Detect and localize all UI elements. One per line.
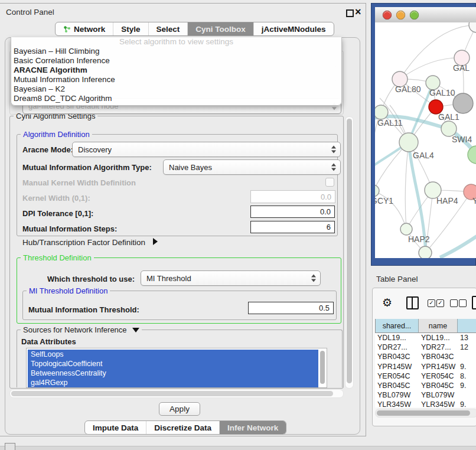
data-attributes-listbox: SelfLoopsTopologicalCoefficientBetweenne… bbox=[26, 348, 327, 388]
algorithm-option[interactable]: Bayesian – K2 bbox=[11, 84, 341, 94]
settings-vscrollbar[interactable] bbox=[345, 116, 354, 389]
node-label: Y bbox=[472, 196, 476, 206]
table-toolbar: ⚙ ✓ ✓ bbox=[373, 288, 476, 318]
which-threshold-select[interactable]: MI Threshold bbox=[141, 270, 321, 286]
algorithm-option[interactable]: Mutual Information Inference bbox=[11, 75, 341, 84]
node-label: GAL bbox=[453, 63, 470, 73]
control-panel-window: Control Panel × Network Style Select Cyn… bbox=[0, 3, 366, 436]
zoom-button[interactable] bbox=[410, 11, 419, 19]
network-node-gal11[interactable] bbox=[375, 105, 388, 119]
mi-steps-input[interactable]: 6 bbox=[250, 221, 335, 233]
table-row[interactable]: YDL19...YDL19...13 bbox=[375, 333, 476, 343]
network-node[interactable] bbox=[469, 22, 476, 32]
data-attribute-item[interactable]: gal4RGexp bbox=[28, 378, 318, 387]
minimize-button[interactable] bbox=[396, 11, 405, 19]
table-cell: YBL079W bbox=[375, 391, 419, 399]
hub-expand-icon[interactable] bbox=[153, 238, 158, 245]
which-threshold-label: Which threshold to use: bbox=[47, 275, 135, 283]
document-icon[interactable] bbox=[472, 296, 476, 309]
data-attributes-list: SelfLoopsTopologicalCoefficientBetweenne… bbox=[27, 350, 327, 387]
tab-impute-data[interactable]: Impute Data bbox=[85, 421, 146, 434]
aracne-mode-select[interactable]: Discovery bbox=[72, 142, 341, 157]
table-row[interactable]: YLR345WYLR345W9. bbox=[375, 400, 476, 407]
table-row[interactable]: YER054CYER054C8. bbox=[375, 371, 476, 381]
node-label: HAP4 bbox=[436, 196, 458, 206]
mi-type-select[interactable]: Naive Bayes bbox=[163, 159, 341, 175]
gear-icon[interactable]: ⚙ bbox=[382, 296, 392, 309]
table-hscrollbar[interactable] bbox=[375, 409, 476, 418]
algorithm-option[interactable]: ARACNE Algorithm bbox=[11, 66, 341, 75]
table-cell: 13 bbox=[458, 334, 476, 342]
mi-threshold-definition-title: MI Threshold Definition bbox=[27, 286, 110, 295]
table-body: YDL19...YDL19...13YDR27...YDR27...12YBR0… bbox=[375, 333, 476, 407]
table-cell: YPR145W bbox=[375, 363, 419, 371]
table-row[interactable]: YDR27...YDR27...12 bbox=[375, 343, 476, 352]
table-cell: YDL19... bbox=[375, 334, 419, 342]
column-header[interactable] bbox=[458, 319, 476, 333]
unchecked-checkbox-icon[interactable] bbox=[459, 299, 467, 307]
table-row[interactable]: YBL079WYBL079W bbox=[375, 390, 476, 400]
data-attribute-item[interactable]: SelfLoops bbox=[28, 350, 318, 359]
close-button[interactable] bbox=[383, 11, 392, 19]
list-scrollbar[interactable] bbox=[320, 351, 325, 384]
tab-infer-network[interactable]: Infer Network bbox=[219, 421, 286, 434]
dpi-tolerance-input[interactable]: 0.0 bbox=[250, 206, 335, 218]
table-panel: ⚙ ✓ ✓ shared...name YDL19...YDL19...13YD… bbox=[372, 288, 476, 426]
dpi-tolerance-label: DPI Tolerance [0,1]: bbox=[22, 209, 93, 218]
apply-button[interactable]: Apply bbox=[159, 402, 200, 416]
table-row[interactable]: YBR045CYBR045C9. bbox=[375, 381, 476, 390]
data-attribute-item[interactable]: BetweennessCentrality bbox=[28, 369, 318, 378]
node-table: shared...name YDL19...YDL19...13YDR27...… bbox=[375, 319, 476, 407]
tab-cyni-toolbox[interactable]: Cyni Toolbox bbox=[187, 22, 253, 35]
sources-collapse-icon[interactable] bbox=[132, 328, 139, 332]
kernel-width-input[interactable]: 0.0 bbox=[250, 190, 335, 203]
bottom-tabs: Impute Data Discretize Data Infer Networ… bbox=[84, 420, 286, 435]
column-header[interactable]: name bbox=[419, 319, 458, 333]
algorithm-option[interactable]: Dream8 DC_TDC Algorithm bbox=[11, 94, 341, 103]
data-attribute-item[interactable]: TopologicalCoefficient bbox=[28, 359, 318, 369]
combo-stepper-icon bbox=[331, 164, 337, 171]
table-row[interactable]: YBR043CYBR043C bbox=[375, 352, 476, 361]
algorithm-option[interactable]: Basic Correlation Inference bbox=[11, 56, 341, 66]
algorithm-option[interactable]: Bayesian – Hill Climbing bbox=[11, 47, 341, 56]
network-node[interactable] bbox=[419, 246, 432, 258]
close-window-icon[interactable]: × bbox=[355, 6, 361, 18]
kernel-width-label: Kernel Width (0,1): bbox=[22, 194, 90, 203]
node-label: HAP2 bbox=[408, 234, 430, 244]
mi-threshold-input[interactable]: 0.5 bbox=[248, 302, 334, 314]
mi-steps-label: Mutual Information Steps: bbox=[22, 224, 117, 233]
float-window-icon[interactable] bbox=[346, 9, 354, 17]
tab-style[interactable]: Style bbox=[113, 22, 148, 35]
network-node-gcy1[interactable] bbox=[375, 185, 379, 197]
network-node[interactable] bbox=[453, 93, 473, 113]
table-cell: YBR043C bbox=[419, 353, 458, 361]
unchecked-checkbox-icon[interactable] bbox=[450, 299, 458, 307]
network-canvas[interactable]: GALGAL80GAL10GAL1GAL11SWI4GAL4GCY1HAP4YH… bbox=[375, 22, 476, 258]
manual-kernel-label: Manual Kernel Width Definition bbox=[22, 178, 136, 187]
table-row[interactable]: YPR145WYPR145W9. bbox=[375, 362, 476, 371]
tab-network[interactable]: Network bbox=[56, 22, 113, 35]
network-node-gal4[interactable] bbox=[399, 133, 418, 152]
network-canvas-svg: GALGAL80GAL10GAL1GAL11SWI4GAL4GCY1HAP4YH… bbox=[375, 22, 476, 258]
network-window-titlebar[interactable] bbox=[375, 7, 476, 23]
hub-definition-row[interactable]: Hub/Transcription Factor Definition bbox=[22, 238, 158, 247]
split-view-icon[interactable] bbox=[406, 296, 419, 309]
mi-type-label: Mutual Information Algorithm Type: bbox=[22, 163, 152, 172]
table-cell: 9. bbox=[458, 381, 476, 390]
tab-select[interactable]: Select bbox=[148, 22, 188, 35]
network-node-hap2[interactable] bbox=[400, 223, 412, 235]
algorithm-list: Bayesian – Hill ClimbingBasic Correlatio… bbox=[11, 47, 341, 103]
collapsed-panel-icon[interactable] bbox=[5, 443, 15, 450]
checked-checkbox-icon[interactable]: ✓ bbox=[428, 299, 435, 307]
table-cell: YPR145W bbox=[419, 363, 458, 371]
table-cell: 9. bbox=[458, 400, 476, 407]
node-label: GAL11 bbox=[377, 118, 403, 128]
manual-kernel-checkbox[interactable] bbox=[325, 178, 334, 187]
node-label: GAL10 bbox=[429, 88, 455, 97]
settings-hscrollbar[interactable] bbox=[9, 389, 344, 398]
checked-checkbox-icon[interactable]: ✓ bbox=[436, 299, 444, 307]
column-header[interactable]: shared... bbox=[375, 319, 419, 333]
tab-discretize-data[interactable]: Discretize Data bbox=[146, 421, 219, 434]
network-tab-icon bbox=[63, 25, 71, 33]
tab-jactivemnodules[interactable]: jActiveMNodules bbox=[253, 22, 334, 35]
